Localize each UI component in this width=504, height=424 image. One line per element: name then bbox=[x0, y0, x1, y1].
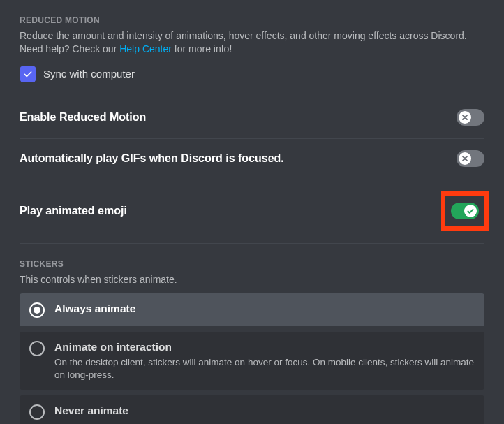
desc-text-after: for more info! bbox=[172, 43, 232, 54]
radio-desc: On the desktop client, stickers will ani… bbox=[54, 356, 475, 381]
enable-reduced-motion-label: Enable Reduced Motion bbox=[20, 111, 146, 124]
radio-dot-icon bbox=[34, 307, 40, 314]
checkbox-box bbox=[20, 66, 36, 82]
auto-play-gifs-row: Automatically play GIFs when Discord is … bbox=[20, 139, 484, 180]
stickers-header: STICKERS bbox=[20, 259, 484, 269]
toggle-knob bbox=[464, 205, 477, 217]
auto-play-gifs-label: Automatically play GIFs when Discord is … bbox=[20, 152, 284, 165]
reduced-motion-header: REDUCED MOTION bbox=[20, 15, 484, 25]
toggle-knob bbox=[459, 111, 471, 124]
check-icon bbox=[466, 207, 475, 215]
stickers-option-never[interactable]: Never animate bbox=[20, 395, 484, 424]
play-animated-emoji-label: Play animated emoji bbox=[20, 205, 127, 217]
help-center-link[interactable]: Help Center bbox=[119, 43, 172, 54]
radio-title: Always animate bbox=[54, 302, 475, 316]
auto-play-gifs-toggle[interactable] bbox=[457, 150, 484, 167]
check-icon bbox=[22, 68, 34, 80]
radio-title: Animate on interaction bbox=[54, 340, 475, 355]
play-animated-emoji-row: Play animated emoji bbox=[20, 180, 484, 244]
radio-icon bbox=[29, 404, 45, 420]
toggle-knob bbox=[459, 152, 471, 165]
stickers-description: This controls when stickers animate. bbox=[20, 273, 484, 286]
stickers-option-interaction[interactable]: Animate on interaction On the desktop cl… bbox=[20, 332, 484, 390]
stickers-option-always[interactable]: Always animate bbox=[20, 293, 484, 326]
x-icon bbox=[461, 113, 469, 122]
sync-label: Sync with computer bbox=[43, 68, 135, 80]
reduced-motion-description: Reduce the amount and intensity of anima… bbox=[20, 29, 484, 56]
desc-text-before: Reduce the amount and intensity of anima… bbox=[20, 30, 467, 54]
sync-with-computer-checkbox[interactable]: Sync with computer bbox=[20, 66, 484, 82]
play-animated-emoji-toggle[interactable] bbox=[451, 203, 479, 219]
radio-icon bbox=[29, 302, 45, 318]
enable-reduced-motion-toggle[interactable] bbox=[457, 109, 484, 126]
enable-reduced-motion-row: Enable Reduced Motion bbox=[20, 98, 484, 139]
x-icon bbox=[461, 154, 469, 163]
radio-icon bbox=[29, 341, 45, 356]
radio-title: Never animate bbox=[54, 404, 475, 418]
highlight-box bbox=[441, 191, 489, 231]
stickers-radio-group: Always animate Animate on interaction On… bbox=[20, 293, 484, 424]
